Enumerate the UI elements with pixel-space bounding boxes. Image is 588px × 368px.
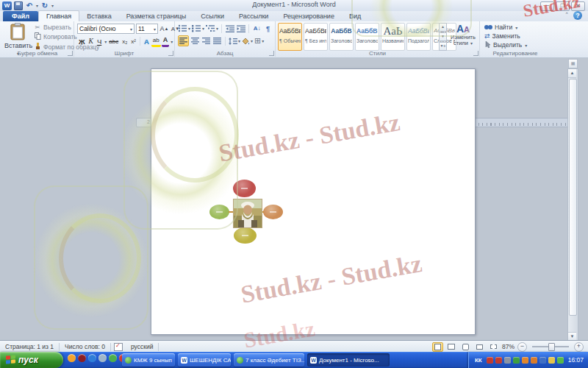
tray-agent-green-icon[interactable]: [557, 357, 564, 364]
tab-references[interactable]: Ссылки: [193, 11, 232, 21]
tray-update-icon[interactable]: [504, 357, 511, 364]
spellcheck-icon[interactable]: [114, 343, 123, 351]
tray-error-red2-icon[interactable]: [495, 357, 502, 364]
smartart-circle-bottom[interactable]: [234, 227, 257, 244]
font-name-combobox[interactable]: Calibri (Осно▾: [77, 24, 135, 34]
font-size-combobox[interactable]: 11▾: [136, 24, 158, 34]
paste-button[interactable]: Вставить ▾: [4, 23, 31, 54]
outline-view-button[interactable]: [474, 342, 485, 352]
tab-insert[interactable]: Вставка: [79, 11, 118, 21]
italic-button[interactable]: К: [87, 37, 95, 46]
close-button[interactable]: ✕: [571, 1, 585, 11]
taskbar-button[interactable]: WШЕШЕНДІК САБАҚ ...: [178, 353, 231, 367]
word-logo-icon[interactable]: W: [2, 1, 12, 10]
paragraph-dialog-launcher-icon[interactable]: [269, 51, 274, 56]
change-styles-button[interactable]: АА Изменить стили ▾: [449, 23, 477, 54]
zoom-slider[interactable]: [532, 346, 569, 347]
grow-font-button[interactable]: А▲: [159, 24, 169, 34]
tab-view[interactable]: Вид: [342, 11, 368, 21]
scroll-up-icon[interactable]: ▲: [568, 69, 576, 78]
zoom-slider-thumb[interactable]: [548, 343, 555, 351]
tab-file[interactable]: Файл: [3, 11, 38, 21]
align-left-button[interactable]: [178, 35, 189, 46]
tab-page-layout[interactable]: Разметка страницы: [119, 11, 194, 21]
justify-button[interactable]: [212, 36, 222, 46]
style-no-spacing[interactable]: АаБбВвГг, ¶ Без инте...: [304, 23, 328, 51]
select-button[interactable]: Выделить▾: [484, 41, 527, 49]
clipboard-dialog-launcher-icon[interactable]: [68, 51, 73, 56]
style-subtitle[interactable]: АаБбВв Подзагол...: [406, 23, 431, 51]
styles-scroll-up-icon[interactable]: ▲: [439, 23, 447, 32]
font-dialog-launcher-icon[interactable]: [168, 51, 173, 56]
styles-scroll-down-icon[interactable]: ▼: [439, 32, 447, 41]
multilevel-list-button[interactable]: ▾: [206, 24, 218, 33]
zoom-level[interactable]: 87%: [502, 343, 514, 350]
language-indicator[interactable]: русский: [126, 343, 159, 351]
tab-home[interactable]: Главная: [38, 10, 79, 21]
bold-button[interactable]: Ж: [77, 37, 87, 46]
align-center-button[interactable]: [190, 36, 200, 46]
tab-mailings[interactable]: Рассылки: [232, 11, 276, 21]
tray-orange-app-icon[interactable]: [522, 357, 528, 364]
qat-customize-icon[interactable]: ▾: [51, 3, 54, 8]
shading-button[interactable]: ▾: [242, 36, 253, 46]
smartart-circle-right[interactable]: [263, 205, 283, 219]
undo-dropdown-icon[interactable]: ▾: [36, 3, 38, 8]
collapse-ribbon-icon[interactable]: ⌃: [564, 12, 569, 18]
taskbar-button[interactable]: WДокумент1 - Microso...: [307, 353, 390, 367]
subscript-button[interactable]: x₂: [121, 37, 129, 46]
sort-button[interactable]: А↓: [252, 24, 262, 33]
opera-dark-icon[interactable]: [78, 354, 86, 362]
find-button[interactable]: Найти▾: [484, 24, 527, 31]
replace-button[interactable]: ⇄ Заменить: [484, 32, 527, 40]
highlight-color-button[interactable]: ab: [151, 35, 161, 47]
portrait-image[interactable]: [233, 199, 262, 228]
style-normal[interactable]: АаБбВвГг, ¶ Обычный: [278, 23, 302, 51]
taskbar-button[interactable]: КМЖ 9 сынып: [122, 353, 175, 367]
undo-icon[interactable]: ↶: [25, 1, 34, 10]
style-title[interactable]: АаЬ Название: [381, 23, 405, 51]
superscript-button[interactable]: x²: [129, 37, 137, 46]
display-icon[interactable]: [98, 354, 107, 362]
restore-button[interactable]: ❐: [556, 1, 570, 11]
vertical-scrollbar[interactable]: ▲ ▼: [567, 68, 578, 342]
smartart-circle-left[interactable]: [209, 205, 229, 219]
text-effects-button[interactable]: А: [143, 37, 151, 46]
font-color-dropdown-icon[interactable]: ▾: [171, 39, 173, 44]
line-spacing-button[interactable]: ▾: [229, 36, 240, 46]
internet-explorer-icon[interactable]: [88, 354, 96, 362]
web-layout-view-button[interactable]: [460, 342, 471, 352]
zoom-in-button[interactable]: +: [574, 342, 584, 352]
tray-volume-icon[interactable]: [531, 357, 537, 364]
numbering-button[interactable]: ▾: [192, 24, 204, 33]
style-heading1[interactable]: АаБбВ Заголово...: [329, 23, 354, 51]
align-right-button[interactable]: [201, 36, 211, 46]
decrease-indent-button[interactable]: [225, 24, 234, 33]
chrome-icon[interactable]: [109, 354, 117, 362]
style-heading2[interactable]: АаБбВв Заголово...: [355, 23, 379, 51]
strikethrough-button[interactable]: abc: [107, 37, 120, 46]
styles-dialog-launcher-icon[interactable]: [473, 51, 478, 56]
show-paragraph-marks-button[interactable]: ¶: [263, 24, 273, 33]
underline-dropdown-icon[interactable]: ▾: [104, 39, 107, 44]
start-button[interactable]: пуск: [0, 352, 63, 368]
fullscreen-reading-view-button[interactable]: [446, 342, 457, 352]
save-icon[interactable]: [14, 1, 23, 10]
borders-button[interactable]: ⊞▾: [254, 36, 264, 46]
help-icon[interactable]: ?: [573, 11, 582, 20]
redo-icon[interactable]: ↻: [40, 1, 49, 10]
document-page[interactable]: [151, 68, 476, 335]
smartart-circle-top[interactable]: [233, 180, 256, 197]
ruler-toggle-button[interactable]: ▦: [568, 59, 578, 68]
tray-error-red-icon[interactable]: [487, 357, 493, 364]
underline-button[interactable]: Ч: [96, 37, 103, 46]
word-count[interactable]: Число слов: 0: [60, 343, 111, 351]
bullets-button[interactable]: ▾: [178, 24, 190, 33]
increase-indent-button[interactable]: [236, 24, 245, 33]
draft-view-button[interactable]: [488, 342, 499, 352]
tray-antivirus-green-icon[interactable]: [513, 357, 520, 364]
font-color-button[interactable]: А: [162, 35, 170, 47]
page-indicator[interactable]: Страница: 1 из 1: [0, 343, 60, 351]
taskbar-button[interactable]: 7 класс Әдебиет ТІЗ...: [234, 353, 304, 367]
scrollbar-thumb[interactable]: [569, 79, 577, 316]
